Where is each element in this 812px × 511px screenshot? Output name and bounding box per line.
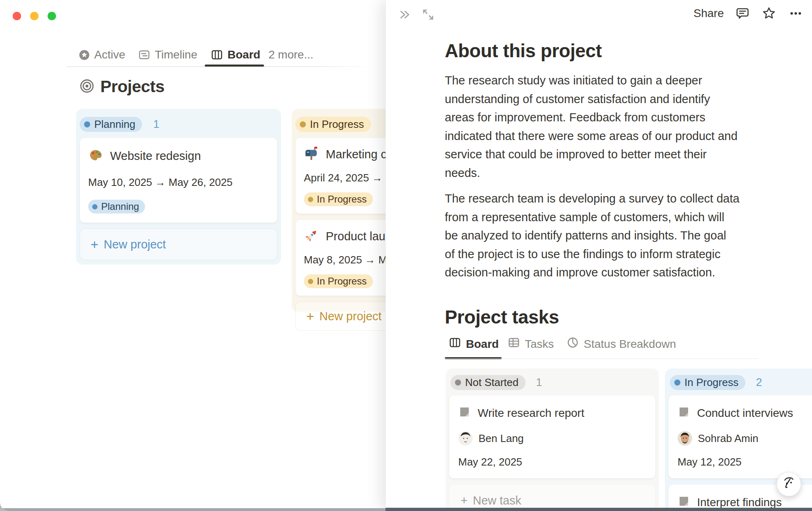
task-page-icon bbox=[458, 406, 471, 420]
tab-tasks-table[interactable]: Tasks bbox=[508, 334, 554, 355]
avatar-sohrab-amin bbox=[678, 431, 692, 446]
project-card-website-redesign[interactable]: Website redesign May 10, 2025 → May 26, … bbox=[80, 138, 277, 223]
tab-label: Tasks bbox=[525, 338, 554, 351]
more-options-icon[interactable] bbox=[788, 6, 804, 21]
button-label: New project bbox=[319, 310, 381, 323]
app-window: Active Timeline Board 2 more... Projects bbox=[0, 0, 812, 511]
tasks-view-tabs: Board Tasks Status Breakdown bbox=[445, 334, 786, 360]
tab-tasks-board[interactable]: Board bbox=[449, 334, 499, 355]
target-icon bbox=[80, 79, 94, 95]
column-header: In Progress 2 bbox=[668, 373, 812, 395]
status-label: In Progress bbox=[310, 118, 364, 131]
collapse-panel-icon[interactable] bbox=[398, 8, 412, 22]
column-count: 1 bbox=[153, 118, 159, 131]
window-controls bbox=[13, 12, 56, 20]
card-dates: May 10, 2025 → May 26, 2025 bbox=[88, 176, 269, 189]
tag-label: In Progress bbox=[317, 276, 367, 287]
avatar-ben-lang bbox=[458, 431, 473, 446]
rocket-icon bbox=[304, 228, 319, 245]
status-label: Planning bbox=[94, 118, 135, 131]
notion-ai-button[interactable] bbox=[777, 472, 801, 496]
projects-view-tabs: Active Timeline Board 2 more... bbox=[0, 45, 385, 66]
ai-face-icon bbox=[781, 475, 797, 493]
assignee-name: Sohrab Amin bbox=[698, 432, 758, 445]
status-dot bbox=[84, 121, 90, 127]
column-status-pill[interactable]: In Progress bbox=[670, 375, 745, 390]
window-bottom-edge bbox=[0, 508, 385, 511]
card-date: May 12, 2025 bbox=[678, 456, 812, 468]
task-card-conduct-interviews[interactable]: Conduct interviews Sohrab Amin May 12, 2… bbox=[668, 395, 812, 479]
card-title: Website redesign bbox=[110, 149, 201, 163]
page-title: Projects bbox=[80, 77, 165, 96]
tag-label: In Progress bbox=[317, 194, 367, 205]
tab-active-projects[interactable]: Active bbox=[79, 45, 125, 65]
card-title: Product laun bbox=[326, 230, 392, 243]
assignee-name: Ben Lang bbox=[479, 432, 524, 445]
card-title: Conduct interviews bbox=[697, 407, 793, 420]
tab-label: 2 more... bbox=[269, 48, 313, 61]
minimize-window-button[interactable] bbox=[30, 12, 39, 20]
card-date: May 22, 2025 bbox=[458, 456, 646, 468]
status-dot bbox=[455, 379, 461, 386]
task-page-icon bbox=[678, 406, 690, 420]
active-tab-underline bbox=[205, 65, 264, 67]
new-task-button[interactable]: + New task bbox=[449, 484, 656, 511]
task-page-icon bbox=[678, 495, 690, 509]
status-label: Not Started bbox=[465, 376, 519, 389]
column-count: 2 bbox=[756, 376, 762, 389]
table-view-icon bbox=[508, 336, 520, 351]
zoom-window-button[interactable] bbox=[48, 12, 56, 20]
card-status-tag: In Progress bbox=[304, 192, 373, 206]
pie-chart-icon bbox=[567, 336, 579, 351]
card-status-tag: Planning bbox=[88, 200, 145, 213]
mailbox-icon bbox=[304, 146, 319, 163]
column-header: Not Started 1 bbox=[449, 373, 656, 395]
column-header: Planning 1 bbox=[80, 113, 277, 138]
column-planning: Planning 1 Website redesign May 10, 2025… bbox=[76, 109, 281, 265]
status-dot bbox=[308, 279, 313, 284]
column-status-pill[interactable]: Not Started bbox=[450, 375, 526, 390]
tabs-divider bbox=[445, 358, 758, 359]
plus-icon: + bbox=[306, 310, 314, 323]
card-title: Write research report bbox=[478, 407, 584, 420]
tab-label: Active bbox=[94, 48, 125, 61]
card-title: Interpret findings bbox=[697, 496, 782, 509]
tab-more-views[interactable]: 2 more... bbox=[269, 45, 313, 65]
page-title-text: Projects bbox=[100, 77, 165, 96]
card-title: Marketing ca bbox=[326, 148, 393, 161]
tab-status-breakdown[interactable]: Status Breakdown bbox=[567, 334, 676, 355]
task-card-write-research-report[interactable]: Write research report Ben Lang May 22, 2… bbox=[449, 395, 656, 479]
column-status-pill[interactable]: Planning bbox=[80, 117, 142, 132]
tab-label: Timeline bbox=[155, 48, 197, 61]
tab-label: Board bbox=[227, 48, 260, 61]
status-dot bbox=[300, 121, 306, 127]
status-dot bbox=[674, 379, 680, 386]
status-dot bbox=[92, 204, 97, 209]
expand-page-icon[interactable] bbox=[421, 7, 435, 22]
about-paragraph-2: The research team is developing a survey… bbox=[445, 190, 786, 282]
new-project-button-planning[interactable]: + New project bbox=[80, 229, 277, 260]
panel-bottom-edge bbox=[385, 508, 812, 511]
board-view-icon bbox=[449, 336, 461, 351]
tab-label: Board bbox=[466, 338, 499, 351]
project-tasks-heading: Project tasks bbox=[445, 306, 786, 328]
button-label: New task bbox=[473, 494, 521, 507]
close-window-button[interactable] bbox=[13, 12, 21, 20]
board-view-icon bbox=[211, 49, 223, 61]
tab-board[interactable]: Board bbox=[211, 45, 260, 65]
about-heading: About this project bbox=[445, 0, 786, 62]
tab-timeline[interactable]: Timeline bbox=[138, 45, 197, 65]
about-paragraph-1: The research study was initiated to gain… bbox=[445, 71, 786, 182]
column-status-pill[interactable]: In Progress bbox=[295, 117, 371, 132]
star-badge-icon bbox=[79, 50, 90, 60]
palette-icon bbox=[88, 148, 103, 164]
plus-icon: + bbox=[461, 494, 468, 507]
tag-label: Planning bbox=[101, 201, 139, 212]
column-count: 1 bbox=[536, 376, 542, 389]
timeline-view-icon bbox=[138, 49, 150, 61]
status-label: In Progress bbox=[684, 376, 738, 389]
card-status-tag: In Progress bbox=[304, 274, 373, 288]
status-dot bbox=[308, 197, 313, 202]
tab-label: Status Breakdown bbox=[584, 338, 676, 351]
button-label: New project bbox=[104, 238, 166, 251]
